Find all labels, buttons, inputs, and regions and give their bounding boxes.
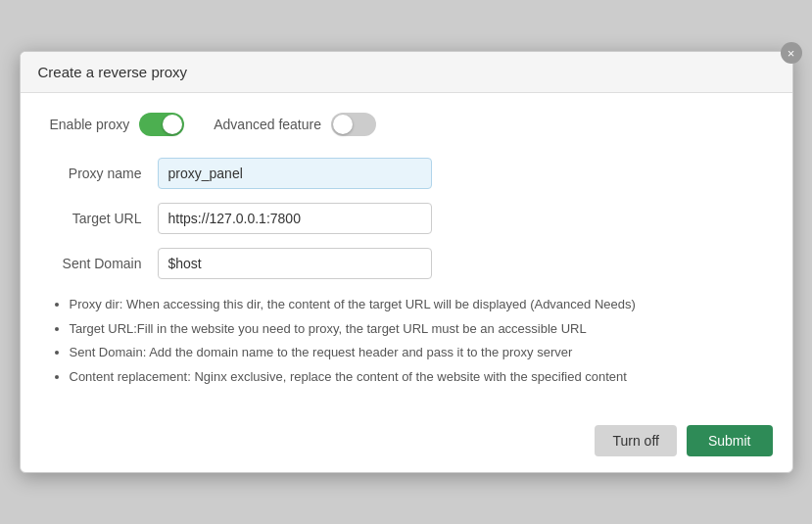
dialog-footer: Turn off Submit	[21, 415, 792, 472]
target-url-row: Target URL	[50, 203, 763, 234]
advanced-feature-track[interactable]	[331, 113, 376, 136]
enable-proxy-group: Enable proxy	[50, 113, 185, 136]
info-list: Proxy dir: When accessing this dir, the …	[50, 295, 763, 386]
dialog-body: Enable proxy Advanced feature Proxy name	[21, 93, 792, 415]
advanced-feature-toggle[interactable]	[331, 113, 376, 136]
turn-off-button[interactable]: Turn off	[595, 425, 676, 456]
proxy-name-input[interactable]	[158, 158, 432, 189]
dialog-header: Create a reverse proxy ×	[21, 52, 792, 93]
target-url-label: Target URL	[50, 211, 158, 226]
sent-domain-row: Sent Domain	[50, 248, 763, 279]
enable-proxy-track[interactable]	[139, 113, 184, 136]
list-item: Proxy dir: When accessing this dir, the …	[70, 295, 763, 314]
enable-proxy-toggle[interactable]	[139, 113, 184, 136]
list-item: Content replacement: Nginx exclusive, re…	[70, 367, 763, 387]
proxy-name-row: Proxy name	[50, 158, 763, 189]
dialog-title: Create a reverse proxy	[38, 64, 188, 80]
close-button[interactable]: ×	[781, 42, 802, 64]
list-item: Sent Domain: Add the domain name to the …	[70, 343, 763, 362]
sent-domain-label: Sent Domain	[50, 256, 158, 271]
target-url-input[interactable]	[158, 203, 432, 234]
advanced-feature-thumb	[333, 115, 353, 134]
dialog: Create a reverse proxy × Enable proxy Ad…	[20, 51, 793, 473]
submit-button[interactable]: Submit	[687, 425, 773, 456]
enable-proxy-label: Enable proxy	[50, 117, 130, 132]
advanced-feature-label: Advanced feature	[214, 117, 321, 132]
toggle-row: Enable proxy Advanced feature	[50, 113, 763, 136]
advanced-feature-group: Advanced feature	[214, 113, 376, 136]
sent-domain-input[interactable]	[158, 248, 432, 279]
enable-proxy-thumb	[163, 115, 182, 134]
proxy-name-label: Proxy name	[50, 166, 158, 181]
list-item: Target URL:Fill in the website you need …	[70, 319, 763, 339]
